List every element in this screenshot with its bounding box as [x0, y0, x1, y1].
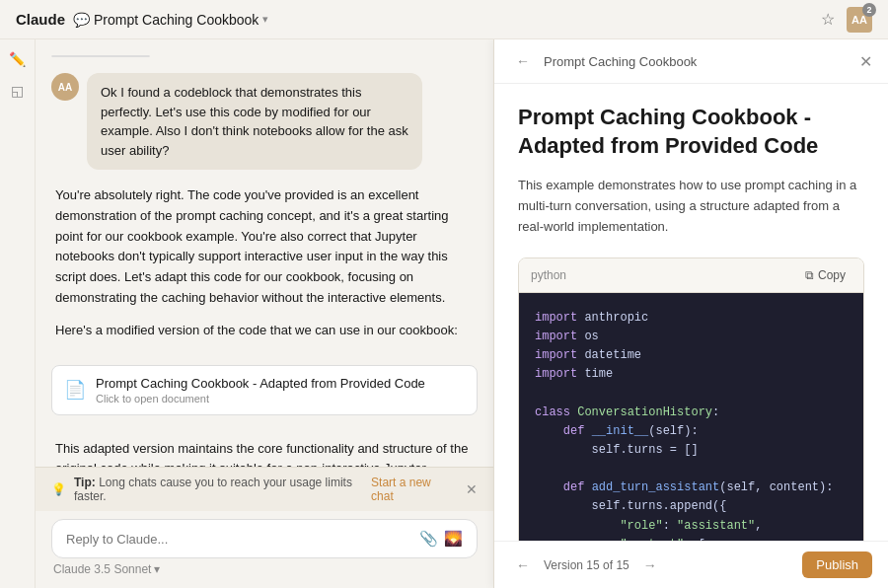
preview-header-left: ← Prompt Caching Cookbook: [510, 51, 697, 71]
avatar-badge: 2: [862, 3, 876, 17]
top-bar-left: Claude 💬 Prompt Caching Cookbook ▾: [16, 11, 268, 28]
publish-button[interactable]: Publish: [802, 551, 872, 578]
user-avatar-button[interactable]: AA 2: [847, 7, 872, 33]
chat-area: import anthropic import os import dateti…: [36, 39, 493, 588]
user-message: AA Ok I found a codeblock that demonstra…: [51, 73, 478, 170]
preview-panel: ← Prompt Caching Cookbook ✕ Prompt Cachi…: [493, 39, 888, 588]
code-block-header: python ⧉ Copy: [519, 258, 863, 293]
page-total: 15: [616, 558, 629, 572]
chat-messages: import anthropic import os import dateti…: [36, 39, 493, 467]
sidebar: ✏️ ◱: [0, 39, 36, 588]
doc-card[interactable]: 📄 Prompt Caching Cookbook - Adapted from…: [51, 365, 478, 415]
chevron-down-icon: ▾: [262, 13, 268, 26]
doc-card-title: Prompt Caching Cookbook - Adapted from P…: [96, 376, 425, 391]
user-bubble: Ok I found a codeblock that demonstrates…: [87, 73, 422, 170]
pasted-image-preview: import anthropic import os import dateti…: [51, 55, 150, 57]
start-new-chat-link[interactable]: Start a new chat: [371, 476, 450, 503]
code-language: python: [531, 268, 566, 282]
doc-info: Prompt Caching Cookbook - Adapted from P…: [96, 376, 425, 404]
code-area: import anthropic import os import dateti…: [519, 293, 863, 541]
preview-close-button[interactable]: ✕: [859, 52, 872, 71]
model-selector[interactable]: Claude 3.5 Sonnet ▾: [53, 562, 160, 576]
tip-message: Long chats cause you to reach your usage…: [74, 476, 352, 503]
assistant-message-2: This adapted version maintains the core …: [51, 439, 478, 467]
star-button[interactable]: ☆: [817, 6, 839, 33]
sidebar-chat-icon[interactable]: ✏️: [5, 47, 30, 71]
tip-prefix: Tip:: [74, 476, 96, 489]
sidebar-history-icon[interactable]: ◱: [7, 79, 28, 103]
preview-nav: ← Version 15 of 15 →: [510, 555, 663, 575]
top-bar: Claude 💬 Prompt Caching Cookbook ▾ ☆ AA …: [0, 0, 888, 39]
model-name-text: Claude 3.5 Sonnet: [53, 562, 151, 576]
chat-title: 💬 Prompt Caching Cookbook ▾: [73, 12, 268, 28]
assistant-para-1: You're absolutely right. The code you've…: [55, 185, 474, 309]
preview-panel-title: Prompt Caching Cookbook: [544, 54, 697, 69]
copy-label: Copy: [818, 268, 846, 282]
code-content: import anthropic import os import dateti…: [535, 309, 848, 541]
preview-header: ← Prompt Caching Cookbook ✕: [494, 39, 888, 84]
chat-title-text: Prompt Caching Cookbook: [94, 12, 259, 28]
pasted-image-content: import anthropic import os import dateti…: [52, 56, 149, 57]
input-area: 📎 🌄 Claude 3.5 Sonnet ▾: [36, 511, 493, 588]
model-bar: Claude 3.5 Sonnet ▾: [51, 558, 478, 576]
tip-icon: 💡: [51, 482, 66, 496]
preview-back-button[interactable]: ←: [510, 51, 536, 71]
input-actions: 📎 🌄: [419, 530, 463, 548]
attachment-icon[interactable]: 📎: [419, 530, 438, 548]
copy-button[interactable]: ⧉ Copy: [799, 266, 851, 284]
camera-icon[interactable]: 🌄: [444, 530, 463, 548]
main-layout: ✏️ ◱ import anthropic import os import d…: [0, 39, 888, 588]
preview-description: This example demonstrates how to use pro…: [518, 176, 864, 237]
top-bar-right: ☆ AA 2: [817, 6, 872, 33]
tip-bar: 💡 Tip: Long chats cause you to reach you…: [36, 467, 493, 511]
assistant-para-2: Here's a modified version of the code th…: [55, 321, 474, 341]
prev-page-button[interactable]: ←: [510, 555, 536, 575]
preview-content: Prompt Caching Cookbook - Adapted from P…: [494, 84, 888, 541]
page-current: 15: [586, 558, 599, 572]
next-page-button[interactable]: →: [637, 555, 663, 575]
tip-close-button[interactable]: ✕: [466, 481, 478, 497]
input-box: 📎 🌄: [51, 519, 478, 558]
model-chevron-icon: ▾: [154, 562, 160, 576]
page-info: Version 15 of 15: [544, 558, 629, 572]
code-block: python ⧉ Copy import anthropic import os…: [518, 257, 864, 541]
tip-text: Tip: Long chats cause you to reach your …: [74, 476, 363, 503]
copy-icon: ⧉: [805, 268, 814, 282]
preview-footer: ← Version 15 of 15 → Publish: [494, 541, 888, 588]
doc-card-subtitle: Click to open document: [96, 393, 425, 404]
doc-icon: 📄: [64, 379, 86, 401]
preview-doc-title: Prompt Caching Cookbook - Adapted from P…: [518, 104, 864, 160]
reply-input[interactable]: [66, 532, 411, 547]
assistant-message-1: You're absolutely right. The code you've…: [51, 185, 478, 341]
app-logo: Claude: [16, 11, 65, 28]
user-avatar: AA: [51, 73, 79, 101]
chat-icon: 💬: [73, 12, 90, 28]
assistant-continued-text: This adapted version maintains the core …: [55, 439, 474, 467]
